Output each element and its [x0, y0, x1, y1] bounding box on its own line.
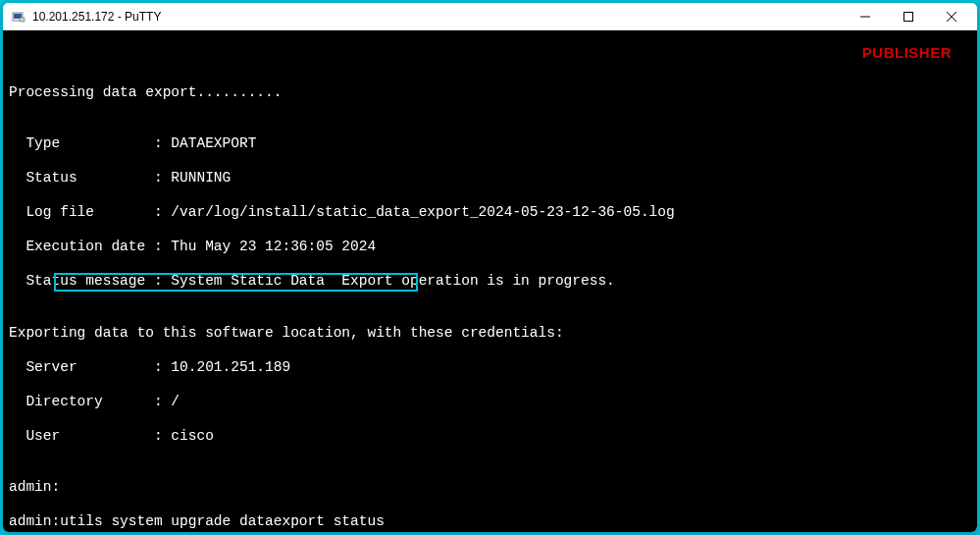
terminal-line: Execution date : Thu May 23 12:36:05 202… [9, 239, 971, 256]
putty-window: 10.201.251.172 - PuTTY PUBLISHER Process… [3, 3, 977, 532]
terminal-line: Status : RUNNING [9, 170, 971, 187]
svg-rect-2 [20, 18, 25, 22]
terminal-line: admin:utils system upgrade dataexport st… [9, 513, 971, 531]
terminal-line: Server : 10.201.251.189 [9, 359, 971, 377]
close-button[interactable] [930, 3, 973, 30]
terminal-line: Type : DATAEXPORT [9, 135, 971, 153]
maximize-button[interactable] [887, 3, 930, 30]
putty-icon [11, 9, 26, 25]
terminal-line: Processing data export.......... [9, 84, 971, 102]
terminal-line: admin: [9, 479, 971, 497]
publisher-label: PUBLISHER [862, 44, 952, 62]
terminal-area[interactable]: PUBLISHER Processing data export........… [3, 30, 977, 532]
minimize-button[interactable] [844, 3, 887, 30]
terminal-line: Directory : / [9, 394, 971, 411]
svg-rect-4 [904, 12, 913, 21]
window-controls [844, 3, 973, 30]
terminal-line: User : cisco [9, 428, 971, 446]
titlebar[interactable]: 10.201.251.172 - PuTTY [3, 3, 977, 30]
terminal-line: Status message : System Static Data Expo… [9, 273, 971, 291]
terminal-line: Exporting data to this software location… [9, 325, 971, 343]
terminal-line: Log file : /var/log/install/static_data_… [9, 204, 971, 222]
window-title: 10.201.251.172 - PuTTY [32, 10, 844, 24]
